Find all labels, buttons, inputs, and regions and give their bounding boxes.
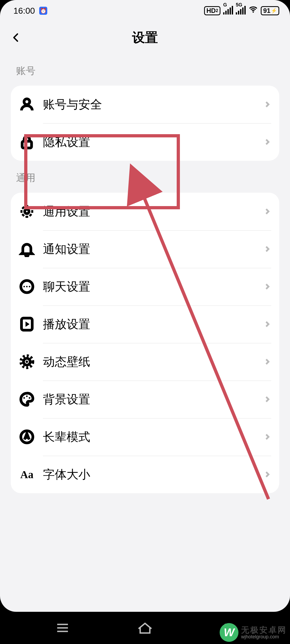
annotation-highlight (24, 134, 180, 209)
svg-point-6 (26, 286, 28, 287)
bell-icon (19, 241, 35, 257)
row-label: 长辈模式 (43, 429, 263, 445)
svg-point-1 (24, 99, 30, 105)
font-size-icon: Aa (19, 466, 35, 482)
signal-1-icon: G (223, 7, 233, 14)
svg-point-11 (26, 361, 28, 363)
chat-icon (19, 279, 35, 295)
watermark-text-2: wjhotelgroup.com (241, 634, 287, 640)
row-chat-settings[interactable]: 聊天设置 (11, 268, 279, 305)
watermark-text-1: 无极安卓网 (241, 625, 287, 634)
wifi-icon (248, 5, 258, 17)
chevron-right-icon (263, 138, 271, 146)
person-icon (19, 96, 35, 112)
row-label: 账号与安全 (43, 97, 263, 112)
chevron-right-icon (263, 433, 271, 441)
chevron-right-icon (263, 100, 271, 108)
target-icon (19, 354, 35, 370)
chevron-right-icon (263, 283, 271, 291)
row-label: 聊天设置 (43, 279, 263, 295)
chevron-right-icon (263, 358, 271, 366)
chevron-right-icon (263, 395, 271, 403)
svg-point-5 (23, 286, 25, 287)
settings-content: 账号 账号与安全 隐私设置 通用 (0, 54, 290, 493)
row-account-security[interactable]: 账号与安全 (11, 86, 279, 123)
circle-a-icon (19, 429, 35, 445)
status-time: 16:00 (13, 6, 35, 16)
watermark: W 无极安卓网 wjhotelgroup.com (216, 621, 290, 644)
chevron-right-icon (263, 245, 271, 253)
hd-badge: HD2 (204, 6, 221, 15)
row-label: 通知设置 (43, 241, 263, 257)
watermark-badge: W (220, 623, 238, 642)
svg-point-7 (29, 286, 30, 287)
row-label: 字体大小 (43, 467, 263, 482)
battery-icon: 91⚡ (261, 6, 279, 15)
row-label: 背景设置 (43, 391, 263, 407)
page-title: 设置 (0, 29, 290, 46)
row-playback-settings[interactable]: 播放设置 (11, 305, 279, 343)
row-background-settings[interactable]: 背景设置 (11, 380, 279, 418)
svg-point-3 (25, 209, 29, 214)
row-live-wallpaper[interactable]: 动态壁纸 (11, 343, 279, 380)
row-elder-mode[interactable]: 长辈模式 (11, 418, 279, 456)
chevron-right-icon (263, 470, 271, 478)
svg-point-12 (23, 397, 25, 399)
svg-point-13 (26, 396, 28, 397)
play-icon (19, 316, 35, 332)
nav-recents-button[interactable] (52, 621, 73, 635)
svg-point-14 (29, 397, 30, 399)
device-screen: 16:00 ⏰ HD2 G 5G 91⚡ (0, 0, 290, 612)
row-font-size[interactable]: Aa 字体大小 (11, 456, 279, 493)
alarm-icon: ⏰ (39, 7, 47, 15)
app-bar: 设置 (0, 21, 290, 54)
palette-icon (19, 391, 35, 407)
section-label-account: 账号 (11, 54, 279, 86)
row-label: 动态壁纸 (43, 354, 263, 370)
svg-point-0 (253, 12, 254, 13)
chevron-right-icon (263, 207, 271, 215)
row-label: 播放设置 (43, 316, 263, 332)
signal-2-icon: 5G (236, 7, 246, 14)
row-notification-settings[interactable]: 通知设置 (11, 230, 279, 268)
nav-home-button[interactable] (134, 621, 156, 635)
card-general: 通用设置 通知设置 聊天设置 播放设置 (11, 193, 279, 493)
chevron-right-icon (263, 320, 271, 328)
status-bar: 16:00 ⏰ HD2 G 5G 91⚡ (0, 0, 290, 21)
back-button[interactable] (8, 30, 24, 46)
